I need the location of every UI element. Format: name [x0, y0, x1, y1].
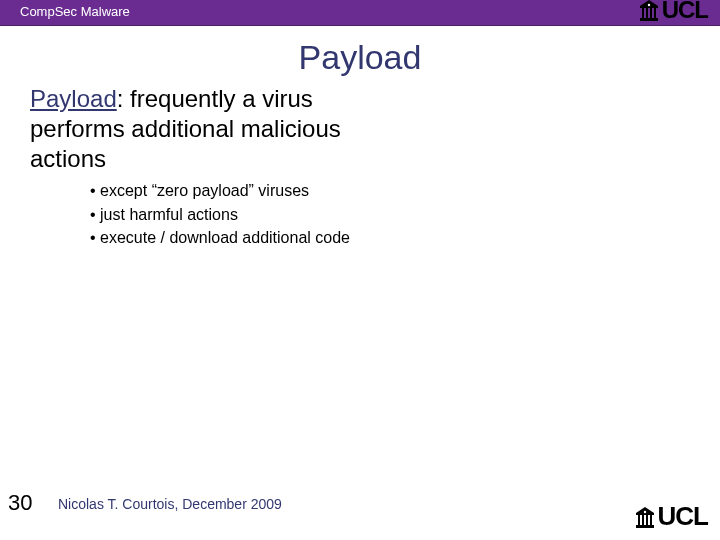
ucl-logo-bottom: UCL — [636, 501, 708, 532]
svg-point-5 — [647, 4, 649, 6]
payload-label: Payload — [30, 85, 117, 112]
svg-rect-0 — [640, 18, 658, 21]
body-paragraph: Payload: frequently a virus performs add… — [30, 84, 410, 174]
slide-title: Payload — [0, 38, 720, 77]
list-item: just harmful actions — [90, 204, 390, 226]
svg-rect-3 — [650, 8, 652, 18]
svg-rect-7 — [638, 515, 640, 525]
svg-rect-9 — [646, 515, 648, 525]
portico-icon — [640, 0, 658, 22]
svg-rect-10 — [650, 515, 652, 525]
bullet-list: except “zero payload” viruses just harmf… — [90, 180, 390, 251]
svg-rect-1 — [642, 8, 644, 18]
ucl-logo-text: UCL — [658, 501, 708, 532]
list-item: execute / download additional code — [90, 227, 390, 249]
page-number: 30 — [8, 490, 32, 516]
svg-rect-6 — [636, 525, 654, 528]
svg-rect-2 — [646, 8, 648, 18]
slide: CompSec Malware UCL Payload Payload: fre… — [0, 0, 720, 540]
svg-point-11 — [643, 510, 645, 512]
list-item: except “zero payload” viruses — [90, 180, 390, 202]
svg-rect-4 — [654, 8, 656, 18]
ucl-logo-top: UCL — [640, 0, 708, 24]
ucl-logo-text: UCL — [662, 0, 708, 24]
header-title: CompSec Malware — [20, 4, 130, 19]
portico-icon — [636, 505, 654, 529]
svg-rect-8 — [642, 515, 644, 525]
header-bar: CompSec Malware — [0, 0, 720, 26]
footer-author: Nicolas T. Courtois, December 2009 — [58, 496, 282, 512]
